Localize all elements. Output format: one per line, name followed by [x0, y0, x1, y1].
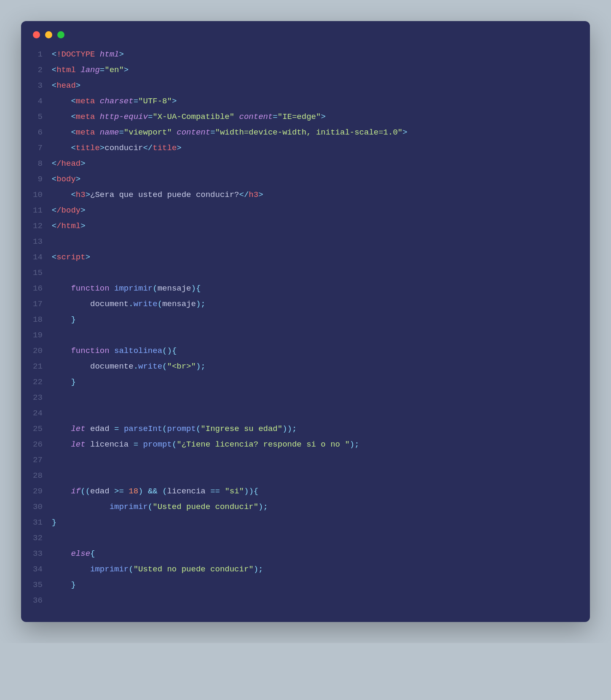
code-line[interactable]: <html lang="en"> — [52, 62, 578, 78]
line-number: 27 — [33, 452, 43, 468]
line-number: 6 — [33, 125, 43, 140]
line-number: 24 — [33, 406, 43, 421]
code-line[interactable] — [52, 234, 578, 250]
code-line[interactable] — [52, 530, 578, 546]
line-number: 1 — [33, 47, 43, 62]
line-number: 26 — [33, 437, 43, 452]
code-line[interactable] — [52, 265, 578, 281]
line-number: 18 — [33, 312, 43, 328]
line-number: 9 — [33, 172, 43, 187]
line-number-gutter: 1234567891011121314151617181920212223242… — [33, 47, 52, 608]
code-line[interactable] — [52, 468, 578, 484]
code-line[interactable]: <meta http-equiv="X-UA-Compatible" conte… — [52, 109, 578, 125]
code-line[interactable]: <h3>¿Sera que usted puede conducir?</h3> — [52, 187, 578, 203]
code-line[interactable] — [52, 390, 578, 406]
code-line[interactable]: documente.write("<br>"); — [52, 359, 578, 374]
code-line[interactable]: <meta name="viewport" content="width=dev… — [52, 125, 578, 140]
line-number: 13 — [33, 234, 43, 250]
code-line[interactable] — [52, 452, 578, 468]
code-line[interactable]: </html> — [52, 218, 578, 234]
line-number: 2 — [33, 62, 43, 78]
code-line[interactable]: if((edad >= 18) && (licencia == "si")){ — [52, 484, 578, 499]
line-number: 12 — [33, 218, 43, 234]
code-line[interactable]: let licencia = prompt("¿Tiene licencia? … — [52, 437, 578, 452]
line-number: 21 — [33, 359, 43, 374]
code-line[interactable] — [52, 593, 578, 608]
code-editor-window: 1234567891011121314151617181920212223242… — [21, 21, 590, 622]
line-number: 4 — [33, 94, 43, 109]
minimize-icon[interactable] — [45, 31, 52, 38]
line-number: 16 — [33, 281, 43, 296]
code-line[interactable]: <!DOCTYPE html> — [52, 47, 578, 62]
line-number: 29 — [33, 484, 43, 499]
line-number: 35 — [33, 577, 43, 593]
code-line[interactable]: let edad = parseInt(prompt("Ingrese su e… — [52, 421, 578, 437]
line-number: 30 — [33, 499, 43, 515]
line-number: 28 — [33, 468, 43, 484]
code-line[interactable]: <head> — [52, 78, 578, 94]
line-number: 5 — [33, 109, 43, 125]
line-number: 20 — [33, 343, 43, 359]
code-line[interactable]: } — [52, 515, 578, 530]
line-number: 22 — [33, 374, 43, 390]
code-line[interactable]: </body> — [52, 203, 578, 218]
code-line[interactable]: <title>conducir</title> — [52, 140, 578, 156]
line-number: 31 — [33, 515, 43, 530]
code-line[interactable]: } — [52, 374, 578, 390]
code-line[interactable]: else{ — [52, 546, 578, 562]
line-number: 34 — [33, 562, 43, 577]
line-number: 33 — [33, 546, 43, 562]
code-line[interactable]: } — [52, 312, 578, 328]
line-number: 19 — [33, 328, 43, 343]
line-number: 17 — [33, 296, 43, 312]
close-icon[interactable] — [33, 31, 40, 38]
code-content[interactable]: <!DOCTYPE html> <html lang="en"> <head> … — [52, 47, 578, 608]
code-line[interactable]: imprimir("Usted no puede conducir"); — [52, 562, 578, 577]
line-number: 15 — [33, 265, 43, 281]
line-number: 3 — [33, 78, 43, 94]
line-number: 8 — [33, 156, 43, 172]
line-number: 32 — [33, 530, 43, 546]
code-line[interactable]: function saltolinea(){ — [52, 343, 578, 359]
code-line[interactable]: <script> — [52, 250, 578, 265]
code-area[interactable]: 1234567891011121314151617181920212223242… — [33, 47, 578, 608]
line-number: 7 — [33, 140, 43, 156]
code-line[interactable]: </head> — [52, 156, 578, 172]
window-controls — [33, 31, 578, 38]
code-line[interactable]: function imprimir(mensaje){ — [52, 281, 578, 296]
line-number: 25 — [33, 421, 43, 437]
line-number: 23 — [33, 390, 43, 406]
code-line[interactable]: imprimir("Usted puede conducir"); — [52, 499, 578, 515]
code-line[interactable] — [52, 328, 578, 343]
maximize-icon[interactable] — [57, 31, 64, 38]
code-line[interactable]: <meta charset="UTF-8"> — [52, 94, 578, 109]
line-number: 11 — [33, 203, 43, 218]
code-line[interactable] — [52, 406, 578, 421]
code-line[interactable]: } — [52, 577, 578, 593]
line-number: 36 — [33, 593, 43, 608]
code-line[interactable]: document.write(mensaje); — [52, 296, 578, 312]
line-number: 14 — [33, 250, 43, 265]
line-number: 10 — [33, 187, 43, 203]
code-line[interactable]: <body> — [52, 172, 578, 187]
